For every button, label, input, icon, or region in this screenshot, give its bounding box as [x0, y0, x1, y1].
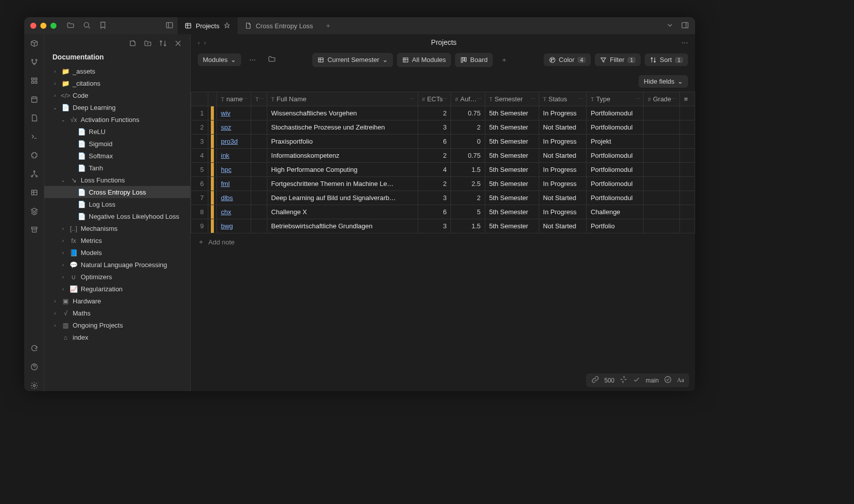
row-link[interactable]: pro3d: [221, 138, 238, 145]
text-style-icon[interactable]: Aa: [677, 376, 684, 384]
cell[interactable]: [251, 120, 267, 135]
chevron-icon[interactable]: ›: [60, 286, 67, 292]
chevron-icon[interactable]: ›: [51, 310, 59, 316]
table-row[interactable]: 9bwgBetriebswirtschaftliche Grundlagen31…: [191, 219, 695, 233]
column-menu-icon[interactable]: ⋯: [243, 96, 248, 101]
sync-icon[interactable]: [30, 344, 38, 354]
cell[interactable]: [644, 219, 680, 233]
chevron-icon[interactable]: ⌄: [51, 105, 59, 110]
toggle-left-panel-icon[interactable]: [165, 21, 174, 31]
cell[interactable]: [680, 191, 695, 205]
tree-item--assets[interactable]: ›📁_assets: [44, 65, 190, 77]
chevron-icon[interactable]: ›: [60, 250, 67, 256]
cell[interactable]: [680, 149, 695, 163]
cell[interactable]: Portfoliomodul: [587, 163, 644, 177]
branch-icon[interactable]: [30, 58, 38, 68]
view-current-semester[interactable]: Current Semester ⌄: [312, 53, 393, 67]
column-header-name[interactable]: Tname⋯: [217, 92, 251, 106]
cell[interactable]: 5th Semester: [485, 163, 539, 177]
archive-icon[interactable]: [30, 226, 38, 235]
tree-item-code[interactable]: ›</>Code: [44, 89, 190, 101]
cell[interactable]: Challenge: [587, 205, 644, 219]
cell[interactable]: Praxisportfolio: [267, 135, 418, 149]
cell[interactable]: In Progress: [539, 135, 586, 149]
cell[interactable]: [251, 106, 267, 120]
cell[interactable]: 5th Semester: [485, 191, 539, 205]
cell[interactable]: 7: [191, 191, 208, 205]
cell[interactable]: [208, 106, 217, 120]
nav-back-icon[interactable]: ‹: [198, 39, 200, 46]
cell[interactable]: Not Started: [539, 219, 586, 233]
cell[interactable]: 6: [418, 135, 451, 149]
cell[interactable]: 4: [191, 149, 208, 163]
cell[interactable]: Betriebswirtschaftliche Grundlagen: [267, 219, 418, 233]
cell[interactable]: dlbs: [217, 191, 251, 205]
cell[interactable]: Not Started: [539, 191, 586, 205]
color-button[interactable]: Color 4: [544, 53, 591, 66]
cell[interactable]: [680, 135, 695, 149]
cell[interactable]: [644, 177, 680, 191]
column-header-semester[interactable]: TSemester⋯: [485, 92, 539, 106]
cell[interactable]: chx: [217, 205, 251, 219]
new-note-icon[interactable]: [129, 39, 137, 49]
cell[interactable]: In Progress: [539, 205, 586, 219]
cell[interactable]: ink: [217, 149, 251, 163]
cell[interactable]: Fortgeschrittene Themen in Machine Le…: [267, 177, 418, 191]
cell[interactable]: Challenge X: [267, 205, 418, 219]
cell[interactable]: [644, 191, 680, 205]
cell[interactable]: 5th Semester: [485, 135, 539, 149]
tree-item-models[interactable]: ›📘Models: [44, 246, 190, 259]
column-header-grade[interactable]: #Grade⋯: [644, 92, 680, 106]
column-menu-icon[interactable]: ⋯: [671, 96, 676, 101]
tree-item-ongoing-projects[interactable]: ›▥Ongoing Projects: [44, 319, 190, 331]
grid-icon[interactable]: [30, 77, 38, 86]
cell[interactable]: In Progress: [539, 163, 586, 177]
column-menu-icon[interactable]: ⋯: [477, 96, 482, 101]
table-row[interactable]: 7dlbsDeep Learning auf Bild und Signalve…: [191, 191, 695, 205]
cell[interactable]: In Progress: [539, 106, 586, 120]
cell[interactable]: 6: [418, 205, 451, 219]
more-menu-icon[interactable]: ⋯: [681, 39, 688, 46]
tree-item-regularization[interactable]: ›📈Regularization: [44, 283, 190, 295]
chevron-icon[interactable]: ›: [51, 81, 59, 86]
cell[interactable]: 0.75: [451, 106, 485, 120]
dropdown-icon[interactable]: [666, 21, 674, 31]
cell[interactable]: 5: [451, 205, 485, 219]
chevron-icon[interactable]: ›: [51, 323, 59, 328]
column-header-auf-[interactable]: #Auf…⋯: [451, 92, 485, 106]
cell[interactable]: 6: [191, 177, 208, 191]
chevron-icon[interactable]: ›: [60, 274, 67, 280]
cell[interactable]: [680, 219, 695, 233]
cell[interactable]: 1.5: [451, 219, 485, 233]
add-note-button[interactable]: ＋ Add note: [191, 233, 695, 250]
tree-item-deep-learning[interactable]: ⌄📄Deep Learning: [44, 101, 190, 113]
cell[interactable]: 1: [191, 106, 208, 120]
cell[interactable]: [208, 163, 217, 177]
column-header-full-name[interactable]: TFull Name⋯: [267, 92, 418, 106]
sort-tree-icon[interactable]: [159, 39, 167, 49]
table-row[interactable]: 3pro3dPraxisportfolio605th SemesterIn Pr…: [191, 135, 695, 149]
chevron-icon[interactable]: ›: [60, 226, 67, 231]
sort-button[interactable]: Sort 1: [645, 53, 688, 66]
add-column-button[interactable]: ≡: [680, 92, 695, 106]
graph-icon[interactable]: [30, 170, 38, 179]
cell[interactable]: [644, 135, 680, 149]
search-icon[interactable]: [83, 21, 91, 31]
table-row[interactable]: 8chxChallenge X655th SemesterIn Progress…: [191, 205, 695, 219]
puzzle-icon[interactable]: [30, 151, 38, 161]
tab-projects[interactable]: Projects: [178, 17, 238, 34]
cell[interactable]: [644, 205, 680, 219]
help-icon[interactable]: [30, 363, 38, 372]
new-folder-icon[interactable]: [144, 39, 152, 49]
column-menu-icon[interactable]: ⋯: [531, 96, 536, 101]
table-row[interactable]: 5hpcHigh Performance Computing41.55th Se…: [191, 163, 695, 177]
cell[interactable]: spz: [217, 120, 251, 135]
row-link[interactable]: ink: [221, 152, 230, 159]
cell[interactable]: [208, 191, 217, 205]
collapse-all-icon[interactable]: [174, 39, 182, 49]
view-board[interactable]: Board: [455, 53, 493, 67]
cell[interactable]: [251, 135, 267, 149]
cell[interactable]: wiv: [217, 106, 251, 120]
cell[interactable]: [644, 120, 680, 135]
cell[interactable]: Portfoliomodul: [587, 120, 644, 135]
